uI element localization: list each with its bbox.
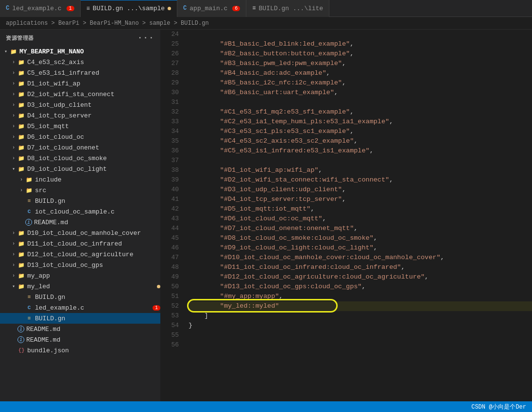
tree-item[interactable]: 📁D9_iot_cloud_oc_light (0, 164, 160, 174)
folder-icon: 📁 (17, 101, 25, 109)
tab-label: BUILD.gn ...\lite (259, 5, 324, 12)
tree-item-label: D4_iot_tcp_server (27, 112, 160, 119)
sidebar-root-item[interactable]: 📁 MY_BEARPI_HM_NANO (0, 46, 160, 57)
folder-icon: 📁 (17, 240, 25, 247)
tree-item[interactable]: ≡BUILD.gn (0, 196, 160, 206)
tree-item[interactable]: 📁D10_iot_cloud_oc_manhole_cover (0, 228, 160, 238)
code-line: "#D11_iot_cloud_oc_infrared:cloud_oc_inf… (189, 263, 532, 272)
code-line: "#D3_iot_udp_client:udp_client", (189, 185, 532, 195)
folder-icon: 📁 (17, 272, 25, 280)
code-punct: , (354, 224, 358, 233)
chevron-icon (10, 58, 17, 66)
code-punct: , (310, 204, 314, 214)
code-line: "#D4_iot_tcp_server:tcp_server", (189, 195, 532, 204)
code-punct: , (322, 214, 326, 224)
sidebar-more-button[interactable]: ··· (137, 33, 154, 42)
code-line: "#B6_basic_uart:uart_example", (189, 88, 532, 98)
tree-item-label: C5_e53_is1_infrared (27, 69, 160, 77)
code-string: "#D4_iot_tcp_server:tcp_server" (189, 195, 342, 204)
code-string: "#D1_iot_wifi_ap:wifi_ap" (189, 165, 318, 175)
folder-icon: 📁 (17, 261, 25, 269)
tree-item[interactable]: 📁C5_e53_is1_infrared (0, 67, 160, 78)
tree-item[interactable]: ≡BUILD.gn (0, 292, 160, 302)
tree-item[interactable]: iREADME.md (0, 334, 160, 345)
chevron-icon (10, 154, 17, 162)
folder-icon: 📁 (17, 165, 25, 173)
folder-icon: 📁 (17, 144, 25, 151)
tab-build_lite[interactable]: ≡BUILD.gn ...\lite (246, 0, 329, 17)
folder-icon: 📁 (25, 176, 33, 183)
line-number: 46 (160, 243, 179, 253)
code-string: "#D6_iot_cloud_oc:oc_mqtt" (189, 214, 322, 224)
tree-item[interactable]: 📁C4_e53_sc2_axis (0, 57, 160, 67)
folder-icon: 📁 (17, 250, 25, 258)
tree-item[interactable]: 📁include (0, 174, 160, 185)
unsaved-dot (168, 7, 171, 10)
tree-item[interactable]: 📁my_led (0, 281, 160, 292)
code-punct: , (350, 127, 354, 136)
code-container[interactable]: 2425262728293031323334353637383940414243… (160, 30, 532, 401)
line-number: 52 (160, 301, 179, 311)
code-punct: , (279, 292, 283, 301)
line-number: 56 (160, 340, 179, 350)
code-string: "#D3_iot_udp_client:udp_client" (189, 185, 342, 195)
tree-item[interactable]: {}bundle.json (0, 345, 160, 356)
tab-app_main[interactable]: Capp_main.c6 (177, 0, 246, 17)
sidebar: 资源管理器 ··· 📁 MY_BEARPI_HM_NANO 📁C4_e53_sc… (0, 30, 160, 401)
tree-item[interactable]: 📁D7_iot_cloud_onenet (0, 142, 160, 153)
build-icon: ≡ (25, 314, 33, 322)
tab-led_example[interactable]: Cled_example.c1 (0, 0, 81, 17)
tree-item[interactable]: 📁D13_iot_cloud_oc_gps (0, 260, 160, 270)
line-number: 45 (160, 233, 179, 243)
code-string: "#B6_basic_uart:uart_example" (189, 88, 334, 98)
line-number: 55 (160, 330, 179, 340)
code-string: "#B1_basic_led_blink:led_example" (189, 39, 350, 49)
code-text: ] (189, 311, 208, 321)
tree-item[interactable]: 📁D3_iot_udp_client (0, 99, 160, 110)
code-string: "#C4_e53_sc2_axis:e53_sc2_example" (189, 136, 354, 146)
tab-badge: 1 (67, 6, 74, 11)
folder-icon: 📁 (10, 48, 17, 55)
code-line (189, 340, 532, 350)
tree-item[interactable]: 📁D12_iot_cloud_oc_agriculture (0, 249, 160, 260)
c-file-icon: C (183, 5, 187, 12)
code-string: "#D12_iot_cloud_oc_agriculture:cloud_oc_… (189, 272, 425, 282)
line-number: 31 (160, 98, 179, 107)
line-number: 48 (160, 263, 179, 272)
tree-item[interactable]: 📁my_app (0, 270, 160, 281)
code-line (189, 330, 532, 340)
line-number: 43 (160, 214, 179, 224)
tree-item[interactable]: 📁D2_iot_wifi_sta_connect (0, 89, 160, 99)
code-punct: , (350, 49, 354, 59)
chevron-icon (10, 112, 17, 119)
tree-item[interactable]: iREADME.md (0, 217, 160, 228)
tree-item[interactable]: 📁D8_iot_cloud_oc_smoke (0, 153, 160, 164)
line-number: 44 (160, 224, 179, 233)
code-line: "#D8_iot_cloud_oc_smoke:cloud_oc_smoke", (189, 233, 532, 243)
code-line: "#C1_e53_sf1_mq2:e53_sf1_example", (189, 107, 532, 117)
line-number: 37 (160, 156, 179, 165)
tree-item[interactable]: Ciot_cloud_oc_sample.c (0, 206, 160, 217)
tab-build_sample[interactable]: ≡BUILD.gn ...\sample (81, 0, 177, 17)
tree-item[interactable]: 📁D11_iot_cloud_oc_infrared (0, 238, 160, 249)
tree-item-label: D13_iot_cloud_oc_gps (27, 262, 160, 269)
tree-item[interactable]: ≡BUILD.gn (0, 313, 160, 324)
chevron-icon (10, 69, 17, 77)
tree-item[interactable]: 📁src (0, 185, 160, 196)
breadcrumb: applications > BearPi > BearPi-HM_Nano >… (0, 17, 532, 30)
line-number: 53 (160, 311, 179, 321)
code-string: "#B4_basic_adc:adc_example" (189, 68, 326, 78)
chevron-icon (10, 90, 17, 98)
tree-item[interactable]: 📁D6_iot_cloud_oc (0, 132, 160, 142)
tree-item[interactable]: 📁D4_iot_tcp_server (0, 110, 160, 121)
chevron-icon (10, 80, 17, 87)
tab-bar: Cled_example.c1≡BUILD.gn ...\sampleCapp_… (0, 0, 532, 17)
tree-item[interactable]: 📁D5_iot_mqtt (0, 121, 160, 132)
tree-item[interactable]: 📁D1_iot_wifi_ap (0, 78, 160, 89)
tree-item[interactable]: iREADME.md (0, 324, 160, 334)
code-content[interactable]: "#B1_basic_led_blink:led_example", "#B2_… (185, 30, 532, 401)
code-punct: , (389, 117, 393, 127)
code-punct: , (370, 146, 374, 156)
tree-item[interactable]: Cled_example.c1 (0, 302, 160, 313)
tree-item-label: iot_cloud_oc_sample.c (35, 208, 160, 215)
